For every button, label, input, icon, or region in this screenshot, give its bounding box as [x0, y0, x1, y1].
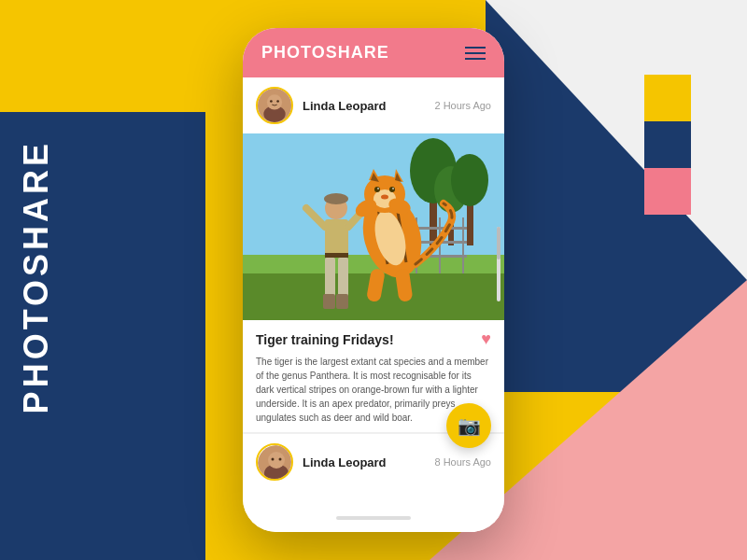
user-info: Linda Leopard — [303, 99, 425, 113]
swatch-blue — [644, 121, 691, 168]
menu-line-1 — [465, 47, 486, 49]
svg-point-38 — [374, 187, 380, 192]
svg-rect-30 — [336, 294, 348, 309]
svg-point-4 — [276, 100, 279, 103]
user-name-2: Linda Leopard — [303, 455, 425, 469]
menu-line-2 — [465, 52, 486, 54]
svg-point-55 — [279, 458, 282, 461]
color-swatches — [644, 75, 691, 215]
menu-line-3 — [465, 58, 486, 60]
phone-bottom-bar — [243, 504, 504, 532]
swatch-pink — [644, 168, 691, 215]
user-info-2: Linda Leopard — [303, 455, 425, 469]
scrollbar[interactable] — [497, 227, 500, 301]
avatar-2-svg — [258, 445, 293, 481]
svg-rect-28 — [338, 258, 348, 300]
vertical-brand-text: PHOTOSHARE — [17, 140, 56, 413]
swatch-yellow — [644, 75, 691, 121]
heart-icon[interactable]: ♥ — [481, 329, 491, 349]
tiger-scene-svg — [243, 133, 504, 320]
svg-point-39 — [389, 187, 395, 192]
app-header: PHOTOSHARE — [243, 28, 504, 77]
post-title: Tiger training Fridays! — [256, 332, 394, 347]
svg-rect-23 — [325, 219, 348, 257]
post-image — [243, 133, 504, 320]
svg-point-42 — [381, 195, 388, 200]
avatar-image — [258, 89, 291, 122]
svg-rect-29 — [323, 294, 335, 309]
svg-point-3 — [270, 100, 273, 103]
post-1-header: Linda Leopard 2 Hours Ago — [243, 77, 504, 133]
scrollbar-thumb — [497, 227, 500, 259]
app-title: PHOTOSHARE — [261, 43, 389, 63]
svg-point-53 — [268, 452, 285, 469]
post-1: Linda Leopard 2 Hours Ago — [243, 77, 504, 433]
bg-white-triangle — [486, 0, 747, 280]
avatar-2 — [256, 443, 293, 481]
phone-mockup: PHOTOSHARE — [243, 28, 504, 532]
svg-point-13 — [451, 154, 488, 206]
hamburger-menu-button[interactable] — [465, 47, 486, 60]
svg-point-2 — [267, 94, 282, 109]
svg-point-22 — [324, 193, 348, 204]
post-title-row: Tiger training Fridays! ♥ — [256, 329, 491, 349]
svg-point-41 — [392, 188, 394, 189]
svg-point-40 — [377, 188, 379, 189]
svg-rect-27 — [325, 258, 335, 300]
svg-rect-24 — [325, 253, 348, 258]
avatar-svg — [258, 89, 291, 122]
post-2-time: 8 Hours Ago — [434, 456, 491, 468]
phone-content: Linda Leopard 2 Hours Ago — [243, 77, 504, 504]
camera-icon: 📷 — [458, 414, 481, 437]
camera-fab-button[interactable]: 📷 — [446, 403, 491, 448]
post-time: 2 Hours Ago — [434, 100, 491, 111]
avatar — [256, 87, 293, 124]
svg-rect-17 — [462, 217, 464, 273]
home-indicator — [336, 516, 411, 520]
user-name: Linda Leopard — [303, 99, 425, 113]
svg-point-54 — [272, 458, 275, 461]
